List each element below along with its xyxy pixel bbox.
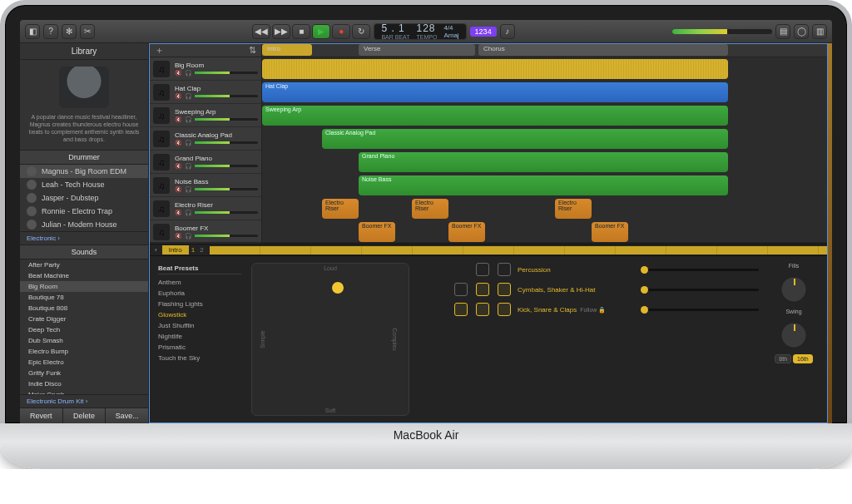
preset-row[interactable]: Anthem — [158, 277, 241, 288]
region[interactable]: Electro Riser — [412, 199, 448, 219]
lightning-icon[interactable] — [476, 263, 489, 276]
volume-slider[interactable] — [195, 141, 258, 144]
drummer-row[interactable]: Leah - Tech House — [20, 178, 148, 191]
tuning-fork-icon[interactable]: ♪ — [500, 24, 515, 39]
delete-button[interactable]: Delete — [63, 408, 106, 423]
hihat-icon[interactable] — [498, 283, 511, 296]
sound-row[interactable]: Gritty Funk — [20, 368, 148, 378]
region[interactable] — [262, 59, 728, 79]
mute-button[interactable]: 🔇 — [175, 163, 182, 170]
preset-row[interactable]: Prismatic — [158, 342, 241, 353]
preset-row[interactable]: Touch the Sky — [158, 353, 241, 363]
preset-row[interactable]: Euphoria — [158, 288, 241, 299]
region[interactable]: Boomer FX — [359, 222, 395, 242]
rewind-button[interactable]: ◀◀ — [252, 24, 270, 39]
mute-button[interactable]: 🔇 — [175, 70, 182, 77]
snare-icon[interactable] — [476, 303, 489, 316]
drummer-row[interactable]: Magnus - Big Room EDM — [20, 165, 148, 178]
region[interactable]: Sweeping Arp — [262, 106, 728, 126]
drummer-row[interactable]: Jasper - Dubstep — [20, 191, 148, 205]
headphones-icon[interactable]: 🎧 — [185, 93, 192, 100]
volume-slider[interactable] — [195, 188, 258, 190]
notepad-button[interactable]: ▤ — [775, 24, 790, 39]
headphones-icon[interactable]: 🎧 — [185, 70, 192, 77]
stop-button[interactable]: ■ — [292, 24, 310, 39]
preset-row[interactable]: Nightlife — [158, 331, 241, 342]
drummer-row[interactable]: Ronnie - Electro Trap — [20, 205, 148, 218]
headphones-icon[interactable]: 🎧 — [185, 233, 192, 240]
cymbal-icon[interactable] — [454, 283, 468, 296]
mute-button[interactable]: 🔇 — [175, 186, 182, 193]
preset-row[interactable]: Glowstick — [158, 309, 241, 320]
volume-slider[interactable] — [195, 235, 258, 237]
mute-button[interactable]: 🔇 — [175, 233, 182, 240]
headphones-icon[interactable]: 🎧 — [185, 140, 192, 146]
mute-button[interactable]: 🔇 — [175, 116, 182, 123]
region[interactable]: Classic Analog Pad — [322, 129, 728, 149]
region[interactable]: Electro Riser — [322, 199, 359, 219]
fills-knob[interactable] — [780, 275, 808, 304]
track-header[interactable]: ♫Boomer FX🔇🎧 — [150, 220, 261, 244]
settings-button[interactable]: ✻ — [62, 24, 77, 39]
track-header[interactable]: ♫Hat Clap🔇🎧 — [150, 81, 261, 104]
kit-amount-slider[interactable] — [641, 269, 759, 271]
timeline-ruler[interactable]: Intro Verse Chorus — [262, 44, 827, 57]
mute-button[interactable]: 🔇 — [175, 140, 182, 146]
media-browser-button[interactable]: ▥ — [812, 24, 827, 39]
sound-row[interactable]: Indie Disco — [20, 378, 148, 389]
volume-slider[interactable] — [195, 165, 258, 167]
track-header[interactable]: ♫Sweeping Arp🔇🎧 — [150, 104, 261, 127]
help-button[interactable]: ? — [43, 24, 58, 39]
track-header[interactable]: ♫Classic Analog Pad🔇🎧 — [150, 127, 261, 151]
xy-puck[interactable] — [332, 282, 344, 294]
xy-performance-pad[interactable]: Loud Soft Simple Complex — [251, 263, 409, 416]
editor-region-crumb[interactable]: Intro — [162, 245, 189, 254]
clap-icon[interactable] — [498, 303, 511, 316]
volume-slider[interactable] — [195, 118, 258, 121]
kit-amount-slider[interactable] — [641, 289, 759, 291]
record-button[interactable]: ● — [332, 24, 350, 39]
sound-row[interactable]: Big Room — [20, 281, 148, 292]
preset-row[interactable]: Just Shufflin — [158, 320, 241, 331]
sound-row[interactable]: Deep Tech — [20, 324, 148, 335]
sound-row[interactable]: Boutique 808 — [20, 303, 148, 314]
sound-row[interactable]: Crate Digger — [20, 314, 148, 324]
track-header[interactable]: ♫Noise Bass🔇🎧 — [150, 174, 261, 197]
sound-row[interactable]: Epic Electro — [20, 357, 148, 368]
marker-verse[interactable]: Verse — [359, 44, 475, 56]
region[interactable]: Hat Clap — [262, 82, 728, 102]
lcd-display[interactable]: 5 . 1 BAR BEAT 128 TEMPO 4/4 Amaj — [374, 23, 466, 40]
save-button[interactable]: Save... — [106, 408, 148, 423]
volume-slider[interactable] — [195, 72, 258, 74]
region[interactable]: Electro Riser — [555, 199, 592, 219]
arrangement-timeline[interactable]: Intro Verse Chorus Hat ClapSweeping ArpC… — [262, 44, 827, 242]
volume-slider[interactable] — [195, 211, 258, 214]
volume-slider[interactable] — [195, 95, 258, 97]
marker-intro[interactable]: Intro — [262, 44, 312, 56]
grid-8th-button[interactable]: 8th — [775, 354, 791, 363]
grid-16th-button[interactable]: 16th — [793, 354, 813, 363]
shaker-icon[interactable] — [476, 283, 489, 296]
forward-button[interactable]: ▶▶ — [272, 24, 290, 39]
marker-chorus[interactable]: Chorus — [478, 44, 728, 56]
editor-back-icon[interactable]: ‹ — [150, 246, 162, 254]
sound-row[interactable]: Beat Machine — [20, 270, 148, 281]
region[interactable]: Boomer FX — [592, 222, 628, 242]
preset-row[interactable]: Flashing Lights — [158, 299, 241, 309]
mute-button[interactable]: 🔇 — [175, 93, 182, 100]
sound-row[interactable]: Dub Smash — [20, 335, 148, 346]
play-button[interactable]: ▶ — [312, 24, 330, 39]
kit-amount-slider[interactable] — [641, 309, 759, 311]
region[interactable]: Boomer FX — [448, 222, 485, 242]
genre-breadcrumb[interactable]: Electronic › — [20, 231, 148, 245]
headphones-icon[interactable]: 🎧 — [185, 210, 192, 216]
headphones-icon[interactable]: 🎧 — [185, 186, 192, 193]
track-header[interactable]: ♫Big Room🔇🎧 — [150, 57, 261, 81]
region[interactable]: Grand Piano — [359, 152, 728, 172]
region[interactable]: Noise Bass — [359, 175, 728, 195]
sound-row[interactable]: After Party — [20, 259, 148, 270]
loop-browser-button[interactable]: ◯ — [794, 24, 809, 39]
headphones-icon[interactable]: 🎧 — [185, 116, 192, 123]
sound-row[interactable]: Electro Bump — [20, 346, 148, 357]
headphones-icon[interactable]: 🎧 — [185, 163, 192, 170]
